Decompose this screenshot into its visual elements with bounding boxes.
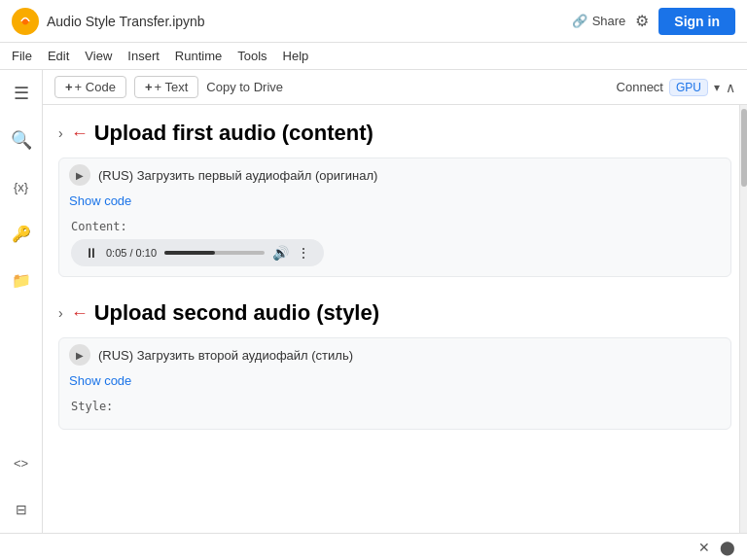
- cell2: ▶ (RUS) Загрузить второй аудиофайл (стил…: [58, 337, 731, 430]
- top-bar-left: Audio Style Transfer.ipynb: [12, 8, 205, 35]
- share-button[interactable]: 🔗 Share: [572, 14, 626, 28]
- settings-button[interactable]: ⚙: [635, 12, 649, 30]
- section1-collapse-arrow: ›: [58, 125, 63, 141]
- plus-icon: +: [65, 80, 73, 94]
- cell1-output-label: Content:: [71, 220, 719, 233]
- section2-arrow-icon: ←: [71, 303, 89, 324]
- cell1-label: (RUS) Загрузить первый аудиофайл (оригин…: [98, 168, 377, 183]
- scrollbar-thumb[interactable]: [741, 109, 747, 187]
- cell2-header: ▶ (RUS) Загрузить второй аудиофайл (стил…: [59, 338, 730, 371]
- volume-button-1[interactable]: 🔊: [272, 245, 289, 261]
- sidebar-icon-toc[interactable]: ☰: [6, 78, 37, 109]
- sidebar-icon-files[interactable]: 📁: [6, 264, 37, 296]
- top-bar-right: 🔗 Share ⚙ Sign in: [572, 8, 735, 35]
- menu-runtime[interactable]: Runtime: [175, 49, 222, 63]
- gpu-badge: GPU: [669, 79, 708, 96]
- menu-view[interactable]: View: [85, 49, 112, 63]
- collapse-button[interactable]: ∧: [726, 80, 735, 95]
- section1-arrow-icon: ←: [71, 123, 89, 144]
- connect-area: Connect GPU ▾ ∧: [617, 79, 735, 96]
- cell1-output: Content: ⏸ 0:05 / 0:10 🔊 ⋮: [59, 214, 730, 276]
- cell2-show-code-link[interactable]: Show code: [59, 371, 141, 394]
- add-text-button[interactable]: + + Text: [134, 76, 198, 98]
- audio1-progress-bar[interactable]: [164, 251, 265, 255]
- connect-label: Connect: [617, 80, 663, 94]
- main: ☰ 🔍 {x} 🔑 📁 <> ⊟ + + Code + + Text Copy …: [0, 70, 747, 533]
- menu-edit[interactable]: Edit: [48, 49, 69, 63]
- audio-player-1: ⏸ 0:05 / 0:10 🔊 ⋮: [71, 239, 324, 266]
- menu-help[interactable]: Help: [283, 49, 309, 63]
- close-icon-bottom[interactable]: ✕: [698, 540, 710, 555]
- section2-collapse-arrow: ›: [58, 305, 63, 321]
- audio1-progress-fill: [164, 251, 214, 255]
- cell2-run-button[interactable]: ▶: [69, 344, 90, 366]
- section1-header[interactable]: › ← Upload first audio (content): [43, 113, 747, 154]
- audio1-time: 0:05 / 0:10: [106, 247, 157, 259]
- cell2-label: (RUS) Загрузить второй аудиофайл (стиль): [98, 348, 353, 363]
- menu-insert[interactable]: Insert: [127, 49, 160, 63]
- scrollbar-track[interactable]: [739, 70, 747, 533]
- sidebar-icon-code[interactable]: <>: [6, 447, 37, 478]
- content-area: + + Code + + Text Copy to Drive Connect …: [43, 70, 747, 533]
- bottom-bar: ✕ ⬤: [0, 533, 747, 560]
- signin-button[interactable]: Sign in: [658, 8, 735, 35]
- sidebar-icon-search[interactable]: 🔍: [6, 124, 37, 156]
- cell1: ▶ (RUS) Загрузить первый аудиофайл (ориг…: [58, 158, 731, 277]
- cell1-run-button[interactable]: ▶: [69, 164, 90, 186]
- cell2-output: Style:: [59, 394, 730, 429]
- notebook-body: › ← Upload first audio (content) ▶ (RUS)…: [43, 105, 747, 445]
- plus-icon-text: +: [145, 80, 153, 94]
- pause-button-1[interactable]: ⏸: [85, 245, 98, 261]
- sidebar: ☰ 🔍 {x} 🔑 📁 <> ⊟: [0, 70, 43, 533]
- section2-header[interactable]: › ← Upload second audio (style): [43, 293, 747, 333]
- cell2-output-label: Style:: [71, 400, 719, 413]
- connect-dropdown-arrow[interactable]: ▾: [714, 81, 720, 94]
- cell1-header: ▶ (RUS) Загрузить первый аудиофайл (ориг…: [59, 158, 730, 192]
- section2-title: Upload second audio (style): [94, 300, 379, 326]
- copy-to-drive-button[interactable]: Copy to Drive: [206, 80, 283, 94]
- sidebar-icon-terminal[interactable]: ⊟: [6, 494, 37, 525]
- menu-tools[interactable]: Tools: [237, 49, 267, 63]
- cell1-show-code-link[interactable]: Show code: [59, 192, 141, 214]
- circle-icon-bottom: ⬤: [720, 540, 735, 555]
- menu-file[interactable]: File: [12, 49, 32, 63]
- sidebar-icon-variables[interactable]: {x}: [6, 171, 37, 202]
- section1-title: Upload first audio (content): [94, 121, 374, 146]
- sidebar-icon-secrets[interactable]: 🔑: [6, 218, 37, 249]
- notebook-title: Audio Style Transfer.ipynb: [47, 14, 205, 29]
- top-bar: Audio Style Transfer.ipynb 🔗 Share ⚙ Sig…: [0, 0, 747, 43]
- link-icon: 🔗: [572, 14, 587, 28]
- more-button-1[interactable]: ⋮: [297, 245, 310, 261]
- menu-bar: File Edit View Insert Runtime Tools Help: [0, 43, 747, 70]
- add-code-button[interactable]: + + Code: [54, 76, 126, 98]
- toolbar-strip: + + Code + + Text Copy to Drive Connect …: [43, 70, 747, 105]
- colab-logo: [12, 8, 39, 35]
